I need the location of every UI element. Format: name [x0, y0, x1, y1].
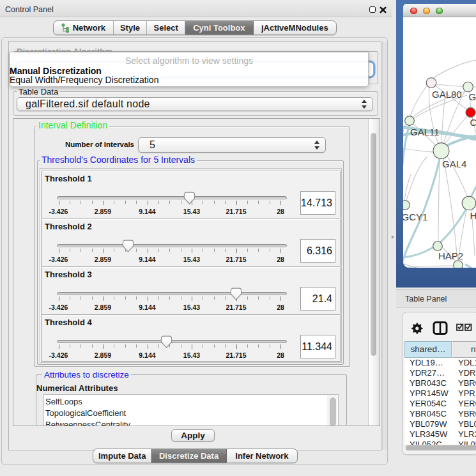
svg-text:GAL80: GAL80	[432, 89, 462, 100]
svg-text:C: C	[470, 117, 476, 128]
svg-text:GAL4: GAL4	[442, 158, 466, 169]
svg-text:HAP2: HAP2	[438, 250, 463, 261]
svg-text:GCY1: GCY1	[403, 211, 427, 222]
svg-text:GAL11: GAL11	[410, 127, 440, 137]
svg-text:H: H	[470, 210, 476, 221]
svg-text:GA: GA	[469, 91, 476, 102]
